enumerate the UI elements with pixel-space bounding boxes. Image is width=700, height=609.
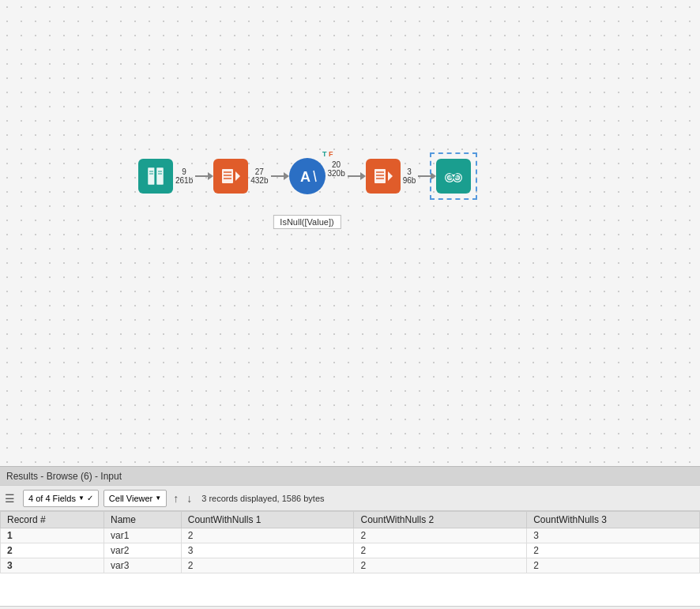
node-filter-icon: A xyxy=(289,158,326,194)
stats-3-4: 20 320b xyxy=(328,160,345,178)
cell-viewer-label: Cell Viewer xyxy=(109,494,152,503)
svg-rect-0 xyxy=(148,167,155,185)
sort-up-icon: ↑ xyxy=(173,492,179,505)
svg-marker-13 xyxy=(235,171,240,181)
svg-line-15 xyxy=(314,171,316,182)
col-header-countnulls1[interactable]: CountWithNulls 1 xyxy=(181,512,354,528)
table-body: 1var12232var23223var3222 xyxy=(1,528,700,573)
table-cell[interactable]: 2 xyxy=(354,528,527,543)
stats-4-5: 3 96b xyxy=(403,167,416,185)
workflow-container: 9 261b 27 432b xyxy=(138,158,471,194)
table-cell[interactable]: 3 xyxy=(527,528,700,543)
svg-text:A: A xyxy=(300,169,310,185)
bottom-panel: ☰ 4 of 4 Fields ▼ ✓ Cell Viewer ▼ ↑ ↓ 3 … xyxy=(0,485,700,609)
svg-point-27 xyxy=(456,176,459,179)
cell-viewer-dropdown-button[interactable]: Cell Viewer ▼ xyxy=(103,490,167,507)
table-cell[interactable]: var1 xyxy=(104,528,182,543)
node-input-icon xyxy=(138,159,173,194)
table-cell[interactable]: 3 xyxy=(1,558,104,573)
stats-1-2: 9 261b xyxy=(175,167,193,185)
table-row: 3var3222 xyxy=(1,558,700,573)
table-cell[interactable]: 2 xyxy=(181,558,354,573)
data-table: Record # Name CountWithNulls 1 CountWith… xyxy=(0,511,700,573)
cell-viewer-chevron-icon: ▼ xyxy=(155,494,161,502)
stats-2-3: 27 432b xyxy=(250,167,268,185)
arrow-3 xyxy=(348,172,366,180)
table-header-row: Record # Name CountWithNulls 1 CountWith… xyxy=(1,512,700,528)
canvas-area: 9 261b 27 432b xyxy=(0,0,700,466)
fields-sort-icon: ✓ xyxy=(87,494,93,502)
arrow-4 xyxy=(418,172,436,180)
table-cell[interactable]: 3 xyxy=(181,543,354,558)
col-header-countnulls3[interactable]: CountWithNulls 3 xyxy=(527,512,700,528)
node-filter[interactable]: T F A IsNull([Value]) xyxy=(289,158,326,194)
results-bar-text: Results - Browse (6) - Input xyxy=(6,471,122,482)
svg-rect-16 xyxy=(374,169,386,183)
toolbar-row: ☰ 4 of 4 Fields ▼ ✓ Cell Viewer ▼ ↑ ↓ 3 … xyxy=(0,486,700,511)
table-cell[interactable]: 2 xyxy=(1,543,104,558)
svg-marker-20 xyxy=(388,171,393,181)
sort-up-button[interactable]: ↑ xyxy=(171,491,180,506)
col-header-countnulls2[interactable]: CountWithNulls 2 xyxy=(354,512,527,528)
fields-dropdown-button[interactable]: 4 of 4 Fields ▼ ✓ xyxy=(23,490,99,507)
col-header-record[interactable]: Record # xyxy=(1,512,104,528)
node-select1-icon xyxy=(213,159,248,194)
sort-down-icon: ↓ xyxy=(186,492,192,505)
table-row: 2var2322 xyxy=(1,543,700,558)
fields-label: 4 of 4 Fields xyxy=(28,494,76,503)
table-cell[interactable]: 2 xyxy=(527,558,700,573)
node-select2[interactable] xyxy=(366,159,401,194)
svg-point-26 xyxy=(448,176,451,179)
node-select1[interactable] xyxy=(213,159,248,194)
table-cell[interactable]: 2 xyxy=(354,543,527,558)
fields-chevron-icon: ▼ xyxy=(78,494,85,502)
arrow-2 xyxy=(271,172,289,180)
svg-rect-9 xyxy=(222,169,233,183)
table-cell[interactable]: 2 xyxy=(354,558,527,573)
data-table-scroll[interactable]: Record # Name CountWithNulls 1 CountWith… xyxy=(0,511,700,606)
table-cell[interactable]: 1 xyxy=(1,528,104,543)
table-cell[interactable]: 2 xyxy=(527,543,700,558)
table-cell[interactable]: 2 xyxy=(181,528,354,543)
table-cell[interactable]: var2 xyxy=(104,543,182,558)
table-row: 1var1223 xyxy=(1,528,700,543)
tf-badge: T F xyxy=(322,150,333,159)
table-cell[interactable]: var3 xyxy=(104,558,182,573)
node-browse-icon xyxy=(436,159,471,194)
col-header-name[interactable]: Name xyxy=(104,512,182,528)
arrow-1 xyxy=(195,172,213,180)
node-input[interactable] xyxy=(138,159,173,194)
records-info: 3 records displayed, 1586 bytes xyxy=(201,494,324,503)
filter-label: IsNull([Value]) xyxy=(273,215,341,229)
results-bar: Results - Browse (6) - Input xyxy=(0,466,700,485)
list-view-icon[interactable]: ☰ xyxy=(5,492,15,505)
scrollbar-area[interactable] xyxy=(0,606,700,609)
node-select2-icon xyxy=(366,159,401,194)
node-browse[interactable] xyxy=(436,159,471,194)
sort-down-button[interactable]: ↓ xyxy=(185,491,194,506)
svg-rect-1 xyxy=(156,167,164,185)
